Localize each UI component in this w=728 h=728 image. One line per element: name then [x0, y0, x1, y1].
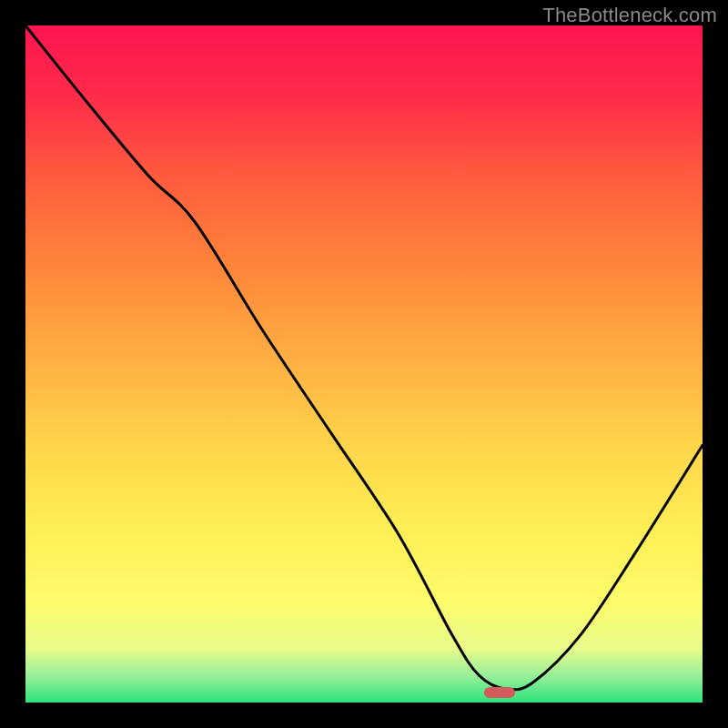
chart-frame: TheBottleneck.com — [0, 0, 728, 728]
watermark-text: TheBottleneck.com — [542, 4, 717, 27]
plot-area — [25, 25, 703, 703]
optimal-point-marker — [484, 687, 515, 698]
bottleneck-curve — [25, 25, 703, 703]
